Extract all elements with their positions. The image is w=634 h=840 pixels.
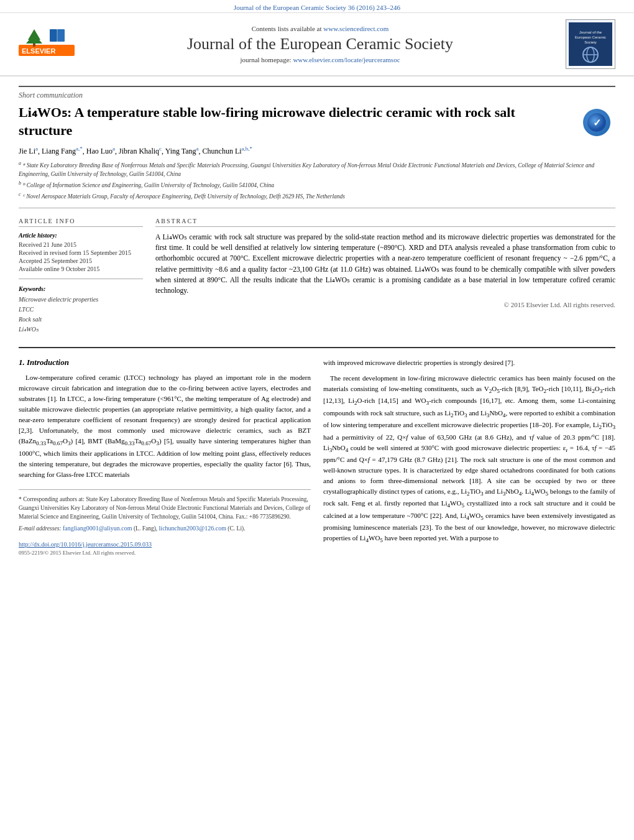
journal-title-header: Journal of the European Ceramic Society — [87, 35, 553, 53]
keywords-label: Keywords: — [19, 285, 143, 292]
keywords-list: Microwave dielectric properties LTCC Roc… — [19, 295, 143, 335]
header-center: Contents lists available at www.scienced… — [87, 25, 553, 63]
footnote-email: E-mail addresses: fangliang0001@aliyun.c… — [19, 524, 311, 533]
body-left-col: 1. Introduction Low-temperature cofired … — [19, 358, 311, 557]
history-label: Article history: — [19, 232, 143, 239]
introduction-text-1: Low-temperature cofired ceramic (LTCC) t… — [19, 372, 311, 480]
accepted-date: Accepted 25 September 2015 — [19, 257, 143, 264]
keyword-2: LTCC — [19, 305, 143, 315]
crossmark-icon: ✓ — [583, 109, 610, 136]
footnote-area: * Corresponding authors at: State Key La… — [19, 489, 311, 558]
issn-line: 0955-2219/© 2015 Elsevier Ltd. All right… — [19, 549, 311, 558]
abstract-text: A Li₄WO₅ ceramic with rock salt structur… — [155, 232, 615, 297]
keyword-3: Rock salt — [19, 315, 143, 325]
article-info-header: ARTICLE INFO — [19, 218, 143, 227]
elsevier-logo: ELSEVIER — [19, 26, 75, 63]
svg-rect-8 — [569, 22, 612, 66]
abstract-header: ABSTRACT — [155, 218, 615, 227]
introduction-title: 1. Introduction — [19, 358, 311, 367]
homepage-line: journal homepage: www.elsevier.com/locat… — [87, 56, 553, 63]
available-online: Available online 9 October 2015 — [19, 265, 143, 272]
journal-top-bar: Journal of the European Ceramic Society … — [0, 0, 634, 13]
journal-logo-box: Journal of the European Ceramic Society — [566, 19, 615, 69]
svg-text:✓: ✓ — [593, 118, 601, 128]
keyword-1: Microwave dielectric properties — [19, 295, 143, 305]
email2-author: (C. Li). — [227, 525, 245, 532]
keyword-4: Li₄WO₅ — [19, 325, 143, 335]
svg-text:Journal of the: Journal of the — [579, 30, 602, 34]
affiliation-a: a ᵃ State Key Laboratory Breeding Base o… — [19, 160, 615, 178]
body-content: 1. Introduction Low-temperature cofired … — [19, 347, 615, 557]
abstract-col: ABSTRACT A Li₄WO₅ ceramic with rock salt… — [155, 218, 615, 335]
footnote-corresponding: * Corresponding authors at: State Key La… — [19, 495, 311, 522]
elsevier-homepage-link[interactable]: www.elsevier.com/locate/jeurceramsoc — [293, 56, 400, 63]
intro-para-2: with improved microwave dielectric prope… — [323, 358, 615, 368]
contents-line: Contents lists available at www.scienced… — [87, 25, 553, 32]
journal-citation: Journal of the European Ceramic Society … — [234, 4, 400, 11]
svg-rect-6 — [57, 29, 65, 42]
article-title: Li₄WO₅: A temperature stable low-firing … — [19, 104, 615, 139]
body-right-col: with improved microwave dielectric prope… — [323, 358, 615, 557]
doi-line[interactable]: http://dx.doi.org/10.1016/j.jeurceramsoc… — [19, 540, 311, 549]
intro-para-1: Low-temperature cofired ceramic (LTCC) t… — [19, 372, 311, 480]
intro-para-3: The recent development in low-firing mic… — [323, 373, 615, 545]
svg-rect-4 — [33, 44, 35, 47]
svg-text:ELSEVIER: ELSEVIER — [22, 47, 55, 55]
authors-line: Jie Lia, Liang Fanga,*, Hao Luoa, Jibran… — [19, 145, 615, 156]
received-revised: Received in revised form 15 September 20… — [19, 249, 143, 256]
received-date: Received 21 June 2015 — [19, 241, 143, 248]
article-info-abstract: ARTICLE INFO Article history: Received 2… — [19, 218, 615, 335]
affiliations: a ᵃ State Key Laboratory Breeding Base o… — [19, 160, 615, 201]
svg-rect-5 — [50, 29, 57, 42]
svg-text:Society: Society — [584, 40, 597, 44]
svg-text:European Ceramic: European Ceramic — [575, 35, 606, 39]
intro-continuation: with improved microwave dielectric prope… — [323, 358, 615, 545]
header-area: ELSEVIER Contents lists available at www… — [0, 13, 634, 76]
divider — [19, 208, 615, 208]
affiliation-c: c ᶜ Novel Aerospace Materials Group, Fac… — [19, 191, 615, 201]
copyright-line: © 2015 Elsevier Ltd. All rights reserved… — [155, 301, 615, 308]
info-divider — [19, 279, 143, 279]
svg-marker-3 — [26, 34, 42, 44]
email2-link[interactable]: lichunchun2003@126.com — [159, 525, 226, 532]
email1-author: (L. Fang), — [134, 525, 159, 532]
affiliation-b: b ᵇ College of Information Science and E… — [19, 180, 615, 190]
article-type-label: Short communication — [19, 86, 615, 100]
article-info-col: ARTICLE INFO Article history: Received 2… — [19, 218, 143, 335]
sciencedirect-link[interactable]: www.sciencedirect.com — [323, 25, 388, 32]
main-content: Short communication Li₄WO₅: A temperatur… — [0, 76, 634, 566]
crossmark-badge[interactable]: ✓ — [578, 104, 615, 141]
email1-link[interactable]: fangliang0001@aliyun.com — [63, 525, 132, 532]
